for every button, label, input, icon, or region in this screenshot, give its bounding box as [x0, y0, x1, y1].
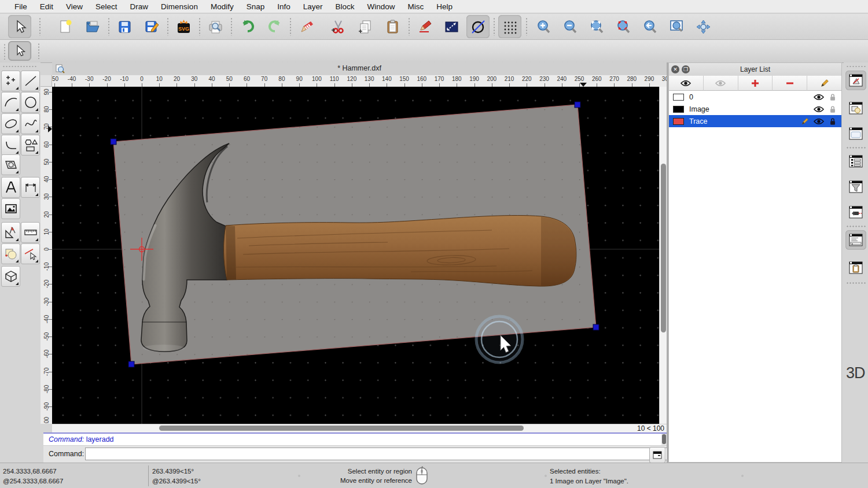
- vertical-scrollbar[interactable]: [659, 87, 667, 424]
- layer-color-swatch[interactable]: [673, 106, 684, 113]
- menu-item-edit[interactable]: Edit: [34, 2, 60, 11]
- clipboard-dock-button[interactable]: [845, 258, 866, 278]
- horizontal-scrollbar[interactable]: 10 < 100: [52, 424, 667, 432]
- point-tool-button[interactable]: [1, 71, 20, 91]
- add-layer-button[interactable]: [738, 76, 773, 91]
- menu-item-file[interactable]: File: [8, 2, 34, 11]
- layer-color-swatch[interactable]: [673, 94, 684, 101]
- command-dock-button[interactable]: [649, 447, 665, 463]
- undo-button[interactable]: [236, 15, 259, 38]
- image-tool-button[interactable]: [1, 198, 20, 219]
- measure-distance-button[interactable]: [440, 15, 463, 38]
- pan-button[interactable]: [692, 15, 715, 38]
- select-tool-button[interactable]: [8, 15, 31, 38]
- hscroll-thumb[interactable]: [159, 426, 524, 431]
- modify-tool-button[interactable]: [1, 243, 20, 264]
- palette-drag-handle[interactable]: [2, 65, 37, 68]
- mouse-hint-right-click: Move entity or reference: [340, 477, 412, 484]
- vscroll-thumb[interactable]: [661, 164, 666, 332]
- paste-button[interactable]: [381, 15, 404, 38]
- image-entity[interactable]: [113, 105, 596, 364]
- menu-item-select[interactable]: Select: [89, 2, 124, 11]
- redo-button[interactable]: [263, 15, 286, 38]
- layer-row-trace[interactable]: Trace: [669, 115, 841, 127]
- command-line-dock-button[interactable]: [845, 230, 866, 250]
- command-input[interactable]: [85, 448, 692, 460]
- history-scroll-thumb[interactable]: [662, 434, 666, 444]
- pen-button[interactable]: [413, 15, 436, 38]
- dimension-tool-button[interactable]: [21, 177, 40, 198]
- arc-tool-button[interactable]: [1, 92, 20, 113]
- dock-drag-handle[interactable]: [846, 65, 866, 68]
- drawing-canvas[interactable]: [52, 87, 659, 424]
- line-tool-button[interactable]: [21, 71, 40, 91]
- layer-lock-icon[interactable]: [827, 105, 838, 113]
- spline-tool-button[interactable]: [21, 113, 40, 134]
- library-browser-dock-button[interactable]: [845, 151, 866, 171]
- layer-row-0[interactable]: 0: [669, 91, 841, 103]
- menu-item-help[interactable]: Help: [430, 2, 459, 11]
- menu-item-info[interactable]: Info: [271, 2, 297, 11]
- layer-row-image[interactable]: Image: [669, 103, 841, 115]
- cut-button[interactable]: [326, 15, 350, 38]
- selection-filter-dock-button[interactable]: [845, 177, 866, 197]
- submenu-indicator: [35, 193, 38, 196]
- auto-zoom-button[interactable]: [585, 15, 608, 38]
- menu-item-misc[interactable]: Misc: [402, 2, 431, 11]
- info-tool-button[interactable]: [1, 222, 20, 243]
- solid-tool-button[interactable]: [1, 266, 20, 287]
- layer-visibility-icon[interactable]: [814, 105, 824, 113]
- delete-button[interactable]: [295, 15, 318, 38]
- hide-all-layers-button[interactable]: [704, 76, 738, 91]
- submenu-indicator: [16, 108, 19, 111]
- previous-view-button[interactable]: [638, 15, 661, 38]
- zoom-selection-button[interactable]: [612, 15, 635, 38]
- menu-item-dimension[interactable]: Dimension: [155, 2, 204, 11]
- ellipse-tool-button[interactable]: [1, 113, 20, 134]
- menu-item-block[interactable]: Block: [329, 2, 361, 11]
- history-scrollbar[interactable]: [661, 434, 667, 445]
- menu-item-snap[interactable]: Snap: [240, 2, 271, 11]
- zoom-in-button[interactable]: [532, 15, 555, 38]
- snap-free-button[interactable]: [466, 15, 490, 38]
- menu-item-draw[interactable]: Draw: [124, 2, 155, 11]
- open-file-button[interactable]: [81, 15, 104, 38]
- copy-button[interactable]: [354, 15, 377, 38]
- property-editor-dock-button[interactable]: [845, 124, 866, 143]
- layer-list-dock-button[interactable]: [845, 71, 866, 90]
- layer-color-swatch[interactable]: [673, 118, 684, 125]
- layer-lock-icon[interactable]: [827, 117, 838, 125]
- cad-select-button[interactable]: [8, 41, 31, 61]
- shape-tool-button[interactable]: [21, 135, 40, 156]
- toolbar-drag-handle[interactable]: [3, 43, 6, 60]
- layer-visibility-icon[interactable]: [814, 93, 824, 101]
- text-tool-button[interactable]: [1, 177, 20, 198]
- save-button[interactable]: [113, 15, 136, 38]
- print-preview-button[interactable]: [204, 15, 227, 38]
- remove-layer-button[interactable]: [773, 76, 807, 91]
- layer-lock-icon[interactable]: [827, 93, 838, 101]
- select-arrow-icon: [13, 44, 27, 58]
- 3d-dock-label[interactable]: 3D: [846, 364, 865, 382]
- layer-visibility-icon[interactable]: [814, 117, 824, 125]
- hatch-tool-button[interactable]: [1, 154, 20, 175]
- zoom-window-button[interactable]: [665, 15, 688, 38]
- pen-settings-dock-button[interactable]: [845, 202, 866, 222]
- menu-item-window[interactable]: Window: [361, 2, 402, 11]
- polyline-tool-button[interactable]: [1, 135, 20, 156]
- show-all-layers-button[interactable]: [669, 76, 704, 91]
- new-file-button[interactable]: [54, 15, 77, 38]
- ruler-tool-button[interactable]: [21, 222, 40, 243]
- circle-tool-button[interactable]: [21, 92, 40, 113]
- block-list-dock-button[interactable]: [845, 98, 866, 118]
- menu-item-view[interactable]: View: [60, 2, 89, 11]
- layer-pencil-icon[interactable]: [800, 117, 810, 125]
- menu-item-modify[interactable]: Modify: [204, 2, 240, 11]
- grid-toggle-button[interactable]: [498, 15, 521, 38]
- modify-trim-tool-button[interactable]: [21, 243, 40, 264]
- edit-layer-button[interactable]: [807, 76, 841, 91]
- menu-item-layer[interactable]: Layer: [297, 2, 329, 11]
- zoom-out-button[interactable]: [558, 15, 582, 38]
- svg-export-button[interactable]: SVG: [172, 15, 195, 38]
- save-as-button[interactable]: [140, 15, 163, 38]
